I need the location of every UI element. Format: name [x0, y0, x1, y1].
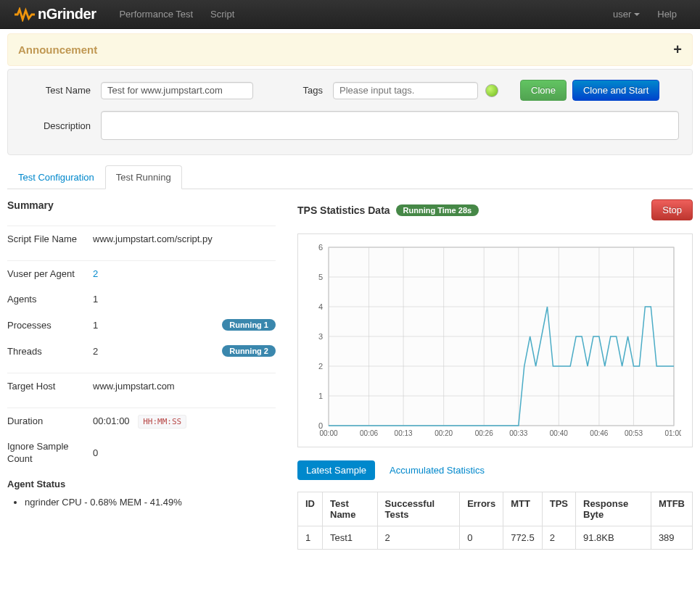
nav-user-menu[interactable]: user: [604, 9, 648, 20]
table-row: 1Test120772.5291.8KB389: [298, 526, 693, 550]
agent-status-title: Agent Status: [7, 479, 276, 489]
svg-text:2: 2: [318, 362, 323, 371]
threads-running-badge: Running 2: [222, 345, 276, 357]
agent-status-item: ngrinder CPU - 0.68% MEM - 41.49%: [25, 497, 276, 508]
tab-accumulated-stats[interactable]: Accumulated Statistics: [381, 460, 493, 480]
clone-button[interactable]: Clone: [520, 80, 567, 101]
duration-value: 00:01:00: [93, 415, 130, 426]
running-time-badge: Running Time 28s: [396, 204, 479, 216]
table-header-cell: TPS: [542, 492, 575, 526]
svg-text:3: 3: [318, 332, 323, 341]
sample-table: IDTest NameSuccessful TestsErrorsMTTTPSR…: [297, 492, 693, 550]
svg-text:00:06: 00:06: [360, 429, 378, 437]
svg-text:1: 1: [318, 392, 323, 400]
clone-and-start-button[interactable]: Clone and Start: [572, 80, 659, 101]
navbar: nGrinder Performance Test Script user He…: [0, 0, 700, 29]
caret-down-icon: [634, 13, 640, 16]
announcement-bar: Announcement +: [7, 33, 693, 66]
table-cell: 389: [651, 526, 692, 550]
svg-text:6: 6: [318, 243, 323, 252]
script-file-label: Script File Name: [7, 233, 93, 244]
script-file-value: www.jumpstart.com/script.py: [93, 233, 276, 244]
table-cell: 772.5: [503, 526, 543, 550]
agents-label: Agents: [7, 294, 93, 305]
duration-label: Duration: [7, 415, 93, 426]
threads-label: Threads: [7, 346, 93, 357]
ignore-sample-value: 0: [93, 447, 276, 458]
svg-text:00:46: 00:46: [590, 429, 608, 437]
tps-stats-title: TPS Statistics Data: [297, 204, 390, 216]
duration-format-badge: HH:MM:SS: [138, 415, 186, 429]
test-name-label: Test Name: [21, 85, 101, 96]
table-cell: Test1: [323, 526, 378, 550]
table-cell: 0: [460, 526, 503, 550]
summary-title: Summary: [7, 199, 276, 211]
table-header-cell: ID: [298, 492, 323, 526]
table-cell: 1: [298, 526, 323, 550]
tab-latest-sample[interactable]: Latest Sample: [297, 460, 375, 480]
nav-performance-test[interactable]: Performance Test: [110, 9, 202, 20]
svg-text:00:13: 00:13: [395, 429, 413, 437]
svg-text:00:20: 00:20: [435, 429, 453, 437]
processes-label: Processes: [7, 320, 93, 331]
table-header-cell: MTFB: [651, 492, 692, 526]
svg-text:4: 4: [318, 302, 323, 311]
tags-label: Tags: [297, 85, 333, 96]
table-header-cell: MTT: [503, 492, 543, 526]
svg-text:00:26: 00:26: [475, 429, 493, 437]
svg-text:00:53: 00:53: [625, 429, 643, 437]
threads-value: 2: [93, 346, 98, 357]
tps-chart-svg: 012345600:0000:0600:1300:2000:2600:3300:…: [304, 240, 681, 443]
svg-text:00:00: 00:00: [319, 429, 337, 437]
table-cell: 91.8KB: [576, 526, 651, 550]
vuser-label: Vuser per Agent: [7, 268, 93, 279]
tab-test-configuration[interactable]: Test Configuration: [7, 165, 105, 189]
nav-user-label: user: [613, 9, 631, 20]
processes-running-badge: Running 1: [222, 319, 276, 331]
table-header-cell: Test Name: [323, 492, 378, 526]
tps-chart: 012345600:0000:0600:1300:2000:2600:3300:…: [297, 233, 693, 447]
announcement-add-icon[interactable]: +: [673, 41, 682, 58]
test-name-input[interactable]: [101, 82, 253, 99]
table-header-cell: Response Byte: [576, 492, 651, 526]
test-header-form: Test Name Tags Clone Clone and Start Des…: [7, 69, 693, 155]
target-host-value: www.jumpstart.com: [93, 381, 276, 392]
processes-value: 1: [93, 320, 98, 331]
wave-icon: [15, 7, 35, 22]
announcement-title: Announcement: [18, 44, 97, 56]
nav-script[interactable]: Script: [202, 9, 243, 20]
agents-value: 1: [93, 294, 276, 305]
svg-text:01:00: 01:00: [664, 429, 681, 437]
status-indicator-icon: [485, 84, 498, 97]
table-cell: 2: [542, 526, 575, 550]
brand-logo[interactable]: nGrinder: [15, 6, 96, 22]
target-host-label: Target Host: [7, 381, 93, 392]
table-header-cell: Successful Tests: [377, 492, 460, 526]
svg-text:00:33: 00:33: [509, 429, 527, 437]
table-header-cell: Errors: [460, 492, 503, 526]
tab-test-running[interactable]: Test Running: [105, 165, 182, 189]
nav-help[interactable]: Help: [648, 9, 685, 20]
main-tabs: Test Configuration Test Running: [7, 165, 693, 189]
description-label: Description: [21, 120, 101, 131]
vuser-value[interactable]: 2: [93, 268, 276, 279]
table-cell: 2: [377, 526, 460, 550]
ignore-sample-label: Ignore Sample Count: [7, 441, 93, 466]
description-input[interactable]: [101, 111, 679, 140]
svg-text:00:40: 00:40: [550, 429, 568, 437]
tags-input[interactable]: [333, 82, 478, 99]
svg-text:5: 5: [318, 273, 323, 281]
table-header-row: IDTest NameSuccessful TestsErrorsMTTTPSR…: [298, 492, 693, 526]
stop-button[interactable]: Stop: [651, 199, 693, 220]
brand-text: nGrinder: [38, 6, 96, 22]
